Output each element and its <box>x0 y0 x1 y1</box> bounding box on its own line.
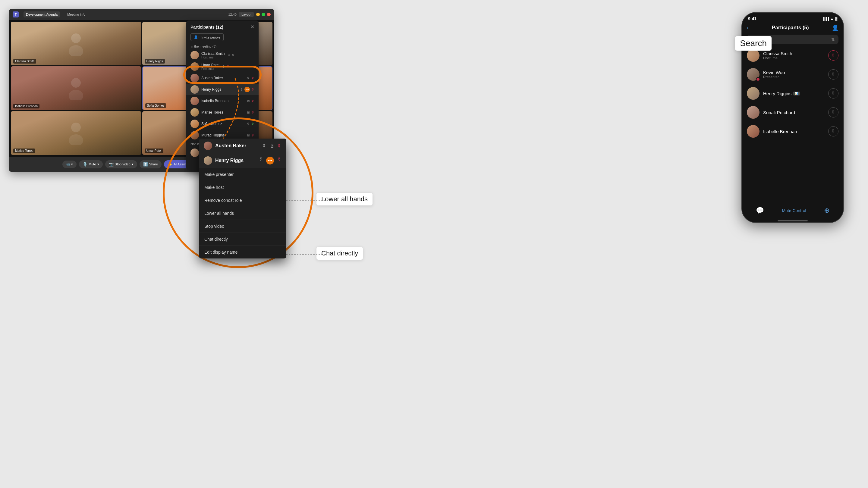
avatar-austen <box>190 74 199 82</box>
menu-item-edit-display-name[interactable]: Edit display name <box>199 246 286 258</box>
participant-icons-umar: 🎙 🎙 <box>222 65 230 68</box>
phone-role-kevin: Presenter <box>763 75 825 79</box>
participant-name-isabella: Isabella Brennan <box>201 99 244 103</box>
video-name-clarissa: Clarissa Smith <box>13 59 36 64</box>
layout-button[interactable]: Layout <box>239 12 254 17</box>
chat-icon[interactable]: 💬 <box>756 207 764 215</box>
phone-navbar: ‹ Participants (5) 👤 <box>742 22 843 33</box>
view-toggle-button[interactable]: 📹 ▾ <box>62 161 76 168</box>
screen-icon-marise: 🖥 <box>247 110 250 114</box>
back-button[interactable]: ‹ <box>747 24 749 31</box>
phone-info-sonali: Sonali Pritchard <box>763 110 825 115</box>
person-silhouette <box>67 32 85 56</box>
phone-row-isabelle[interactable]: Isabelle Brennan 🎙 <box>742 122 843 141</box>
phone-row-henry[interactable]: Henry Riggins 📊 🎙 <box>742 84 843 103</box>
phone-mute-kevin[interactable]: 🎙 <box>828 69 838 79</box>
svg-point-4 <box>71 78 81 88</box>
phone-row-kevin[interactable]: Kevin Woo Presenter 🎙 <box>742 65 843 84</box>
participant-row-clarissa[interactable]: Clarissa Smith Host, me 🖥 🎙 <box>186 50 258 61</box>
phone-mute-clarissa[interactable]: 🎙 <box>828 50 838 61</box>
avatar-marise <box>190 108 199 117</box>
mic-icon-sofia: 🎙 <box>247 122 250 126</box>
context-header-henry: Henry Riggs 🎙 ••• 🎙 <box>199 153 286 168</box>
phone-avatar-isabelle <box>747 125 760 138</box>
maximize-button[interactable] <box>261 13 265 16</box>
mic-muted-henry: 🎙 <box>251 88 254 91</box>
svg-point-9 <box>69 134 83 145</box>
mute-control-label[interactable]: Mute Control <box>782 208 806 213</box>
add-participant-icon[interactable]: ⊕ <box>824 207 830 215</box>
participant-row-henry[interactable]: Henry Riggs 🎙 ••• 🎙 <box>186 84 258 95</box>
context-menu-popup: Austen Baker 🎙 🖥 🎙 Henry Riggs 🎙 ••• 🎙 M… <box>199 138 286 258</box>
video-cell-marise: Marise Torres <box>11 111 141 155</box>
mic-icon-austen: 🎙 <box>247 76 250 80</box>
video-name-sofia: Sofia Gomez <box>145 103 166 108</box>
phone-info-kevin: Kevin Woo Presenter <box>763 70 825 79</box>
home-indicator <box>778 220 808 221</box>
mic-muted-murad: 🎙 <box>251 133 254 137</box>
phone-nav-person-icon[interactable]: 👤 <box>832 24 838 31</box>
phone-avatar-henry <box>747 87 760 100</box>
mic-icon-ctx: 🎙 <box>262 143 267 149</box>
context-avatar-henry <box>204 156 212 165</box>
participant-row-umar[interactable]: Umar Patel Presenter 🎙 🎙 <box>186 61 258 72</box>
menu-item-remove-cohost[interactable]: Remove cohost role <box>199 194 286 207</box>
phone-name-isabelle: Isabelle Brennan <box>763 129 825 134</box>
menu-item-stop-video[interactable]: Stop video <box>199 220 286 233</box>
participant-row-marise[interactable]: Marise Torres 🖥 🎙 <box>186 107 258 118</box>
phone-info-clarissa: Clarissa Smith Host, me <box>763 51 825 60</box>
teams-titlebar: T Development Agenda Meeting info 12:40 … <box>9 9 274 20</box>
context-icons-austen: 🎙 🖥 🎙 <box>262 143 281 149</box>
video-name-marise: Marise Torres <box>13 149 35 153</box>
person-silhouette <box>67 76 85 100</box>
teams-logo: T <box>13 11 19 18</box>
menu-item-make-host[interactable]: Make host <box>199 181 286 194</box>
close-button[interactable] <box>267 13 271 16</box>
phone-mute-isabelle[interactable]: 🎙 <box>828 126 838 136</box>
wifi-icon: ▲ <box>830 17 834 21</box>
participant-row-austen[interactable]: Austen Baker 🎙 🎙 <box>186 72 258 84</box>
phone-name-sonali: Sonali Pritchard <box>763 110 825 115</box>
mic-icon-henry-ctx: 🎙 <box>258 157 263 164</box>
titlebar-tab-meeting-info[interactable]: Meeting info <box>65 11 88 18</box>
minimize-button[interactable] <box>256 13 260 16</box>
phone-sort-icon[interactable]: ⇅ <box>831 37 835 42</box>
svg-point-8 <box>71 123 81 132</box>
phone-mute-henry[interactable]: 🎙 <box>828 88 838 98</box>
more-options-henry[interactable]: ••• <box>244 87 250 92</box>
menu-item-lower-all-hands[interactable]: Lower all hands <box>199 207 286 220</box>
phone-time: 9:41 <box>748 16 756 21</box>
phone-bottom-bar: 💬 Mute Control ⊕ <box>742 203 843 221</box>
titlebar-tab-agenda[interactable]: Development Agenda <box>24 11 60 18</box>
participant-role-umar: Presenter <box>201 67 219 70</box>
menu-item-make-presenter[interactable]: Make presenter <box>199 168 286 181</box>
participant-name-murad: Murad Higgins <box>201 133 244 137</box>
phone-name-clarissa: Clarissa Smith <box>763 51 825 56</box>
invite-people-button[interactable]: 👤+ Invite people <box>190 33 224 41</box>
svg-point-5 <box>69 90 83 100</box>
phone-mute-sonali[interactable]: 🎙 <box>828 107 838 118</box>
participant-row-sofia[interactable]: Sofia Gomez 🎙 🎙 <box>186 118 258 130</box>
mute-button[interactable]: 🎙️ Mute ▾ <box>79 160 102 168</box>
more-icon-ctx: 🎙 <box>277 143 281 149</box>
phone-role-clarissa: Host, me <box>763 56 825 60</box>
context-avatar-austen <box>204 141 212 150</box>
mic-active-sofia: 🎙 <box>251 122 254 126</box>
phone-row-sonali[interactable]: Sonali Pritchard 🎙 <box>742 103 843 122</box>
avatar-emily <box>190 149 199 157</box>
participant-icons-sofia: 🎙 🎙 <box>247 122 254 126</box>
annotation-chat-directly: Chat directly <box>316 247 363 260</box>
menu-item-chat-directly[interactable]: Chat directly <box>199 233 286 246</box>
video-name-isabelle: Isabelle Brennan <box>13 104 39 108</box>
video-cell-clarissa: Clarissa Smith <box>11 22 141 65</box>
share-button[interactable]: ⬆️ Share <box>140 160 161 168</box>
mic-icon: 🎙 <box>231 53 235 57</box>
phone-avatar-kevin <box>747 68 760 81</box>
video-name-henry: Henry Riggs <box>145 59 165 64</box>
stop-video-button[interactable]: 📷 Stop video ▾ <box>105 160 137 168</box>
panel-close-button[interactable]: ✕ <box>250 24 254 30</box>
mic-muted-marise: 🎙 <box>251 110 254 114</box>
orange-more-button[interactable]: ••• <box>266 157 274 164</box>
participant-row-isabella[interactable]: Isabella Brennan 🖥 🎙 <box>186 95 258 107</box>
mic-muted-icon-umar: 🎙 <box>226 65 230 68</box>
